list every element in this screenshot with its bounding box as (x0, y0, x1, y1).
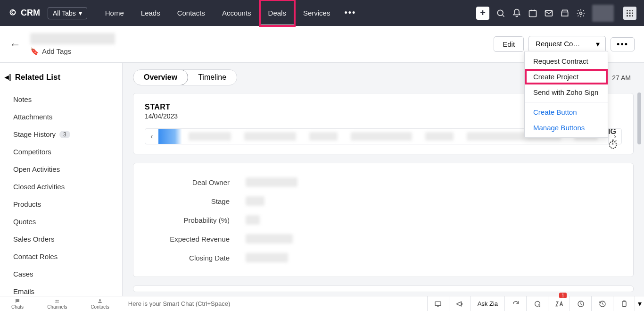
nav-leads[interactable]: Leads (132, 0, 169, 26)
add-tags-label: Add Tags (42, 47, 71, 55)
dropdown-send-zoho-sign[interactable]: Send with Zoho Sign (525, 84, 608, 100)
bottom-collapse-caret[interactable]: ▾ (635, 296, 644, 311)
value-probability (246, 215, 260, 225)
request-contract-split-button: Request Contr... ▾ (528, 36, 606, 52)
bottom-rotate-icon[interactable] (504, 296, 526, 311)
svg-rect-7 (627, 12, 628, 14)
smart-chat-hint[interactable]: Here is your Smart Chat (Ctrl+Space) (128, 300, 230, 307)
collapse-icon: ◂| (5, 72, 11, 82)
nav-contacts[interactable]: Contacts (169, 0, 214, 26)
related-list-title: Related List (15, 73, 60, 82)
related-closed-activities[interactable]: Closed Activities (7, 178, 115, 195)
bottom-screen-icon[interactable] (427, 296, 449, 311)
tab-overview[interactable]: Overview (133, 69, 188, 85)
app-name: CRM (21, 8, 40, 18)
svg-rect-9 (632, 12, 633, 14)
back-arrow-icon[interactable]: ← (9, 38, 21, 51)
stage-history-badge: 3 (59, 131, 70, 138)
label-stage: Stage (145, 197, 230, 205)
nav-accounts[interactable]: Accounts (214, 0, 260, 26)
related-list-header[interactable]: ◂| Related List (5, 72, 115, 82)
request-contract-button[interactable]: Request Contr... (529, 36, 590, 52)
nav-services[interactable]: Services (295, 0, 339, 26)
bottom-channels[interactable]: Channels (47, 298, 67, 310)
svg-point-3 (580, 12, 582, 14)
related-open-activities[interactable]: Open Activities (7, 160, 115, 178)
search-icon[interactable] (496, 8, 505, 18)
gear-icon[interactable] (576, 8, 586, 18)
value-deal-owner (246, 177, 297, 187)
calendar-icon[interactable] (528, 8, 537, 18)
all-tabs-dropdown[interactable]: All Tabs ▾ (48, 7, 87, 19)
stage-segment[interactable] (425, 132, 454, 141)
value-expected-revenue (246, 234, 293, 244)
top-navbar: CRM All Tabs ▾ Home Leads Contacts Accou… (0, 0, 644, 26)
apps-grid-icon[interactable] (623, 7, 636, 20)
related-emails[interactable]: Emails (7, 283, 115, 296)
bottom-contacts[interactable]: Contacts (91, 298, 109, 310)
svg-rect-6 (632, 10, 633, 11)
nav-items: Home Leads Contacts Accounts Deals Servi… (97, 0, 362, 26)
bottom-clock-icon[interactable] (570, 296, 591, 311)
svg-rect-10 (627, 15, 628, 17)
bottom-chats[interactable]: Chats (11, 298, 24, 310)
stage-prev-button[interactable]: ‹ (145, 129, 158, 144)
nav-home[interactable]: Home (97, 0, 132, 26)
stage-segment[interactable] (189, 132, 231, 141)
stage-fill (158, 129, 182, 144)
dropdown-manage-buttons[interactable]: Manage Buttons (525, 120, 608, 135)
ask-zia-button[interactable]: Ask Zia (471, 296, 504, 311)
stage-segment[interactable] (244, 132, 296, 141)
svg-rect-11 (629, 15, 631, 17)
store-icon[interactable] (560, 8, 570, 18)
add-tags-button[interactable]: 🔖 Add Tags (30, 47, 115, 56)
label-deal-owner: Deal Owner (145, 178, 230, 186)
split-caret-button[interactable]: ▾ (590, 36, 605, 52)
bottom-za-icon[interactable]: 1 (548, 296, 570, 311)
bottom-history-icon[interactable] (591, 296, 613, 311)
dropdown-request-contract[interactable]: Request Contract (525, 53, 608, 69)
stage-next-button[interactable]: › (608, 129, 621, 144)
svg-point-14 (56, 300, 57, 301)
nav-more-icon[interactable]: ••• (339, 8, 362, 18)
crm-logo[interactable]: CRM (8, 8, 40, 18)
stage-segment[interactable] (351, 132, 412, 141)
bell-icon[interactable] (512, 8, 521, 18)
value-stage (246, 196, 264, 206)
svg-point-0 (497, 10, 503, 16)
related-attachments[interactable]: Attachments (7, 108, 115, 126)
bottom-clipboard-icon[interactable] (613, 296, 635, 311)
tab-timeline[interactable]: Timeline (188, 70, 237, 85)
related-competitors[interactable]: Competitors (7, 143, 115, 160)
mail-icon[interactable] (544, 8, 553, 18)
value-closing-date (246, 253, 288, 262)
related-contact-roles[interactable]: Contact Roles (7, 248, 115, 265)
related-products[interactable]: Products (7, 195, 115, 213)
label-probability: Probability (%) (145, 216, 230, 224)
edit-button[interactable]: Edit (494, 36, 524, 52)
dropdown-create-button[interactable]: Create Button (525, 104, 608, 120)
bottom-sync-icon[interactable] (526, 296, 548, 311)
related-stage-history[interactable]: Stage History3 (7, 126, 115, 143)
record-title (30, 33, 115, 44)
dropdown-create-project[interactable]: Create Project (525, 69, 608, 84)
bottom-announce-icon[interactable] (449, 296, 471, 311)
related-notes[interactable]: Notes (7, 91, 115, 108)
bottom-bar: Chats Channels Contacts Here is your Sma… (0, 296, 644, 311)
svg-rect-1 (529, 10, 537, 17)
view-toggle: Overview Timeline (133, 69, 237, 85)
tag-icon: 🔖 (30, 47, 39, 56)
related-quotes[interactable]: Quotes (7, 213, 115, 230)
next-card-peek (133, 286, 634, 292)
user-avatar[interactable] (592, 5, 614, 22)
related-cases[interactable]: Cases (7, 265, 115, 283)
nav-deals[interactable]: Deals (260, 0, 295, 26)
more-actions-button[interactable]: ••• (611, 37, 635, 51)
actions-dropdown: Request Contract Create Project Send wit… (524, 51, 608, 138)
label-closing-date: Closing Date (145, 254, 230, 262)
dropdown-separator (525, 102, 608, 102)
related-sales-orders[interactable]: Sales Orders (7, 230, 115, 248)
add-record-button[interactable]: + (476, 7, 489, 20)
main-scrollbar[interactable] (637, 92, 641, 144)
stage-segment[interactable] (309, 132, 338, 141)
